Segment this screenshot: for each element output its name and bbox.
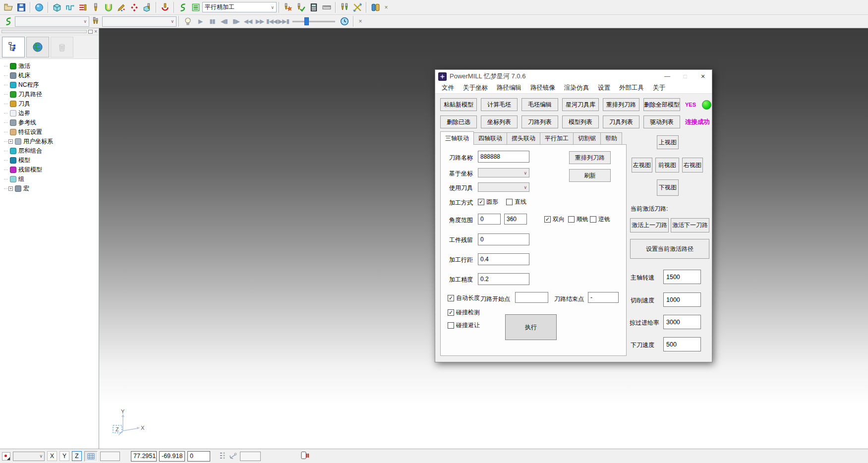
- set-active-path-button[interactable]: 设置当前激活路径: [630, 239, 709, 259]
- grid-toggle-button[interactable]: [84, 451, 98, 462]
- tree-item[interactable]: + 刀具路径: [4, 90, 99, 99]
- collision-avoid-option[interactable]: ✓ 碰撞避让: [448, 321, 480, 330]
- close-icon[interactable]: ×: [694, 70, 712, 83]
- menu-item[interactable]: 关于: [648, 84, 670, 92]
- use-tool-dropdown[interactable]: ∨: [478, 182, 529, 192]
- sim-toolbar-close-icon[interactable]: ×: [356, 17, 365, 26]
- points-icon[interactable]: [128, 1, 141, 13]
- plunge-speed-input[interactable]: [663, 337, 701, 351]
- toolpath-name-input[interactable]: [478, 151, 529, 163]
- climb-checkbox[interactable]: ✓: [568, 216, 575, 223]
- explorer-tree-tab[interactable]: [2, 37, 25, 58]
- swap-tools-icon[interactable]: [351, 1, 364, 13]
- active-toolpath-icon[interactable]: [176, 1, 189, 13]
- mode-line-option[interactable]: ✓ 直线: [506, 198, 526, 206]
- dialog-titlebar[interactable]: PowerMILL 忆梦星河 7.0.6 — □ ×: [435, 70, 712, 83]
- menu-item[interactable]: 路径镜像: [526, 84, 560, 92]
- auto-length-checkbox[interactable]: ✓: [448, 295, 454, 301]
- tree-item[interactable]: + 组: [4, 174, 99, 184]
- quick-button[interactable]: 驱动列表: [643, 116, 680, 128]
- toolbar-close-icon[interactable]: ×: [382, 3, 391, 12]
- play-icon[interactable]: ▶: [194, 16, 206, 27]
- tree-item[interactable]: + 残留模型: [4, 165, 99, 174]
- angle-from-input[interactable]: [478, 214, 501, 225]
- panel-float-icon[interactable]: [88, 30, 93, 34]
- bidirectional-option[interactable]: ✓ 双向: [544, 215, 565, 224]
- end-point-input[interactable]: [588, 292, 619, 303]
- go-start-icon[interactable]: ▮◀◀: [266, 16, 278, 27]
- tree-item[interactable]: + 层和组合: [4, 146, 99, 156]
- tool-calc-icon[interactable]: [282, 1, 294, 13]
- viewport-3d[interactable]: Y X Z PowerMILL 忆梦星河 7.0.6 — □ × 文件关于坐标路…: [99, 28, 868, 449]
- bidirectional-checkbox[interactable]: ✓: [544, 216, 551, 223]
- clock-icon[interactable]: [338, 15, 351, 27]
- tool-holder-icon[interactable]: [159, 1, 172, 13]
- menu-item[interactable]: 设置: [593, 84, 615, 92]
- step-forward-icon[interactable]: ▮▶: [230, 16, 242, 27]
- save-project-icon[interactable]: [15, 1, 28, 13]
- go-end-icon[interactable]: ▶▶▮: [278, 16, 289, 27]
- view-right-button[interactable]: 右视图: [682, 158, 703, 173]
- line-checkbox[interactable]: ✓: [506, 199, 513, 205]
- strategy-dropdown[interactable]: 平行精加工 ∨: [202, 2, 277, 12]
- quick-button[interactable]: 刀路列表: [521, 116, 558, 128]
- menu-item[interactable]: 路径编辑: [492, 84, 526, 92]
- fast-forward-icon[interactable]: ▶▶: [254, 16, 266, 27]
- tree-item[interactable]: + 宏: [4, 184, 99, 193]
- start-point-input[interactable]: [515, 292, 548, 303]
- explorer-globe-tab[interactable]: [26, 37, 49, 58]
- expand-icon[interactable]: +: [8, 186, 13, 191]
- tree-item[interactable]: + 激活: [4, 61, 99, 71]
- rearrange-toolpath-button[interactable]: 重排列刀路: [569, 151, 611, 164]
- tree-item[interactable]: + 特征设置: [4, 127, 99, 137]
- based-coord-dropdown[interactable]: ∨: [478, 168, 529, 177]
- strategy-tab[interactable]: 平行加工: [540, 132, 574, 145]
- xyz-list-icon[interactable]: [219, 452, 227, 461]
- axis-toggle-button[interactable]: Z: [72, 451, 82, 461]
- workplane-indicator[interactable]: [2, 452, 10, 461]
- toolpath-strategy-icon[interactable]: [63, 1, 76, 13]
- quick-button[interactable]: 模型列表: [562, 116, 599, 128]
- tree-item[interactable]: + 参考线: [4, 118, 99, 127]
- tree-item[interactable]: + 机床: [4, 71, 99, 80]
- ruler-icon[interactable]: [320, 1, 333, 13]
- angle-to-input[interactable]: [504, 214, 527, 225]
- quick-button[interactable]: 星河刀具库: [562, 98, 599, 111]
- collision-check-checkbox[interactable]: ✓: [448, 309, 454, 316]
- rewind-icon[interactable]: ◀◀: [242, 16, 254, 27]
- skim-feed-input[interactable]: [663, 315, 701, 329]
- tolerance-field[interactable]: [240, 452, 261, 461]
- panel-drag-handle[interactable]: [1, 30, 87, 33]
- refresh-button[interactable]: 刷新: [569, 169, 611, 182]
- view-bottom-button[interactable]: 下视图: [657, 179, 679, 196]
- boundary-channel-icon[interactable]: [102, 1, 115, 13]
- view-front-button[interactable]: 前视图: [655, 158, 679, 173]
- cutting-speed-input[interactable]: [663, 292, 701, 307]
- open-project-icon[interactable]: [2, 1, 15, 13]
- quick-button[interactable]: 粘贴新模型: [440, 98, 477, 111]
- tree-item[interactable]: + 刀具: [4, 99, 99, 109]
- grid-size-field[interactable]: [100, 452, 120, 461]
- activate-next-toolpath-button[interactable]: 激活下一刀路: [671, 218, 709, 232]
- tolerance-input[interactable]: [478, 273, 529, 285]
- pause-icon[interactable]: ▮▮: [206, 16, 218, 27]
- block-icon[interactable]: [51, 1, 63, 13]
- mode-circle-option[interactable]: ✓ 圆形: [478, 198, 498, 206]
- conventional-checkbox[interactable]: ✓: [590, 216, 596, 223]
- view-left-button[interactable]: 左视图: [632, 158, 652, 173]
- measure-axis-icon[interactable]: [229, 452, 237, 461]
- axis-toggle-button[interactable]: Y: [59, 451, 69, 461]
- quick-button[interactable]: 刀具列表: [603, 116, 639, 128]
- sim-toolpath-dropdown[interactable]: ∨: [15, 16, 89, 27]
- pattern-edit-icon[interactable]: [115, 1, 128, 13]
- menu-item[interactable]: 外部工具: [615, 84, 648, 92]
- explorer-trash-tab[interactable]: [51, 37, 73, 58]
- conventional-option[interactable]: ✓ 逆铣: [590, 215, 610, 224]
- tree-item[interactable]: + NC程序: [4, 80, 99, 90]
- lightbulb-icon[interactable]: [181, 15, 194, 27]
- spindle-speed-input[interactable]: [663, 270, 701, 284]
- quick-button[interactable]: 毛坯编辑: [521, 98, 558, 111]
- collision-avoid-checkbox[interactable]: ✓: [448, 322, 454, 329]
- strategy-tab[interactable]: 三轴联动: [440, 131, 474, 145]
- speed-slider[interactable]: [292, 17, 335, 26]
